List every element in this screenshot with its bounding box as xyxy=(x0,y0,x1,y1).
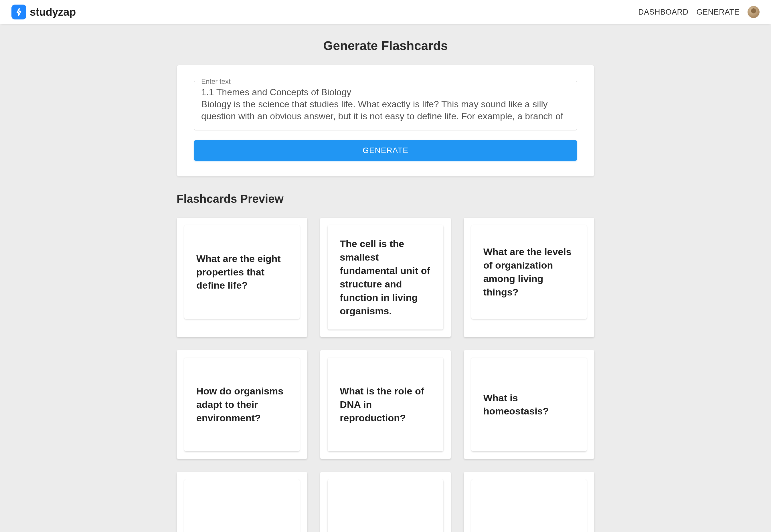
brand-logo-icon xyxy=(11,5,26,19)
main-content: Generate Flashcards Enter text GENERATE … xyxy=(165,24,606,532)
brand[interactable]: studyzap xyxy=(11,5,76,19)
flashcard-inner: What is the role of DNA in reproduction? xyxy=(328,358,443,451)
top-nav: DASHBOARD GENERATE xyxy=(638,6,760,18)
flashcard-text: The cell is the smallest fundamental uni… xyxy=(340,237,431,317)
flashcard-inner: How do organisms adapt to their environm… xyxy=(184,358,300,451)
flashcard-text: What are the levels of organization amon… xyxy=(484,245,575,299)
flashcard-inner: The cell is the smallest fundamental uni… xyxy=(328,225,443,329)
flashcard-inner xyxy=(471,479,587,532)
flashcard[interactable] xyxy=(320,472,451,532)
flashcard[interactable] xyxy=(464,472,594,532)
text-input-label: Enter text xyxy=(199,78,233,86)
avatar[interactable] xyxy=(748,6,760,18)
flashcard[interactable]: How do organisms adapt to their environm… xyxy=(177,350,307,459)
preview-title: Flashcards Preview xyxy=(177,192,594,205)
flashcard-text: What is the role of DNA in reproduction? xyxy=(340,384,431,425)
flashcard[interactable]: The cell is the smallest fundamental uni… xyxy=(320,217,451,337)
flashcards-grid: What are the eight properties that defin… xyxy=(177,217,594,532)
flashcard-inner xyxy=(328,479,443,532)
text-input[interactable] xyxy=(201,86,570,123)
flashcard[interactable] xyxy=(177,472,307,532)
flashcard[interactable]: What are the eight properties that defin… xyxy=(177,217,307,337)
flashcard[interactable]: What are the levels of organization amon… xyxy=(464,217,594,337)
flashcard-text: What is homeostasis? xyxy=(484,391,575,418)
nav-dashboard[interactable]: DASHBOARD xyxy=(638,8,689,17)
flashcard[interactable]: What is the role of DNA in reproduction? xyxy=(320,350,451,459)
page-title: Generate Flashcards xyxy=(177,39,594,53)
flashcard[interactable]: What is homeostasis? xyxy=(464,350,594,459)
flashcard-text: What are the eight properties that defin… xyxy=(196,252,287,292)
flashcard-inner: What are the levels of organization amon… xyxy=(471,225,587,319)
nav-generate[interactable]: GENERATE xyxy=(696,8,740,17)
app-header: studyzap DASHBOARD GENERATE xyxy=(0,0,771,24)
text-input-wrapper[interactable]: Enter text xyxy=(194,81,577,130)
brand-name: studyzap xyxy=(30,6,76,18)
generate-button[interactable]: GENERATE xyxy=(194,140,577,161)
flashcard-inner xyxy=(184,479,300,532)
flashcard-text: How do organisms adapt to their environm… xyxy=(196,384,287,425)
generator-card: Enter text GENERATE xyxy=(177,65,594,176)
flashcard-inner: What is homeostasis? xyxy=(471,358,587,451)
flashcard-inner: What are the eight properties that defin… xyxy=(184,225,300,319)
